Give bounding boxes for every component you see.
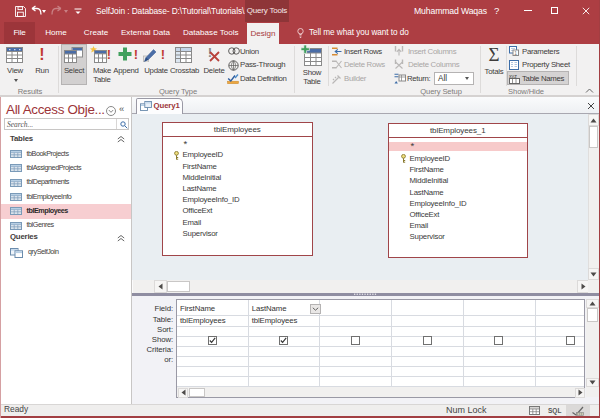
svg-text:xyz: xyz [509,73,517,79]
svg-text:1: 1 [514,50,517,56]
